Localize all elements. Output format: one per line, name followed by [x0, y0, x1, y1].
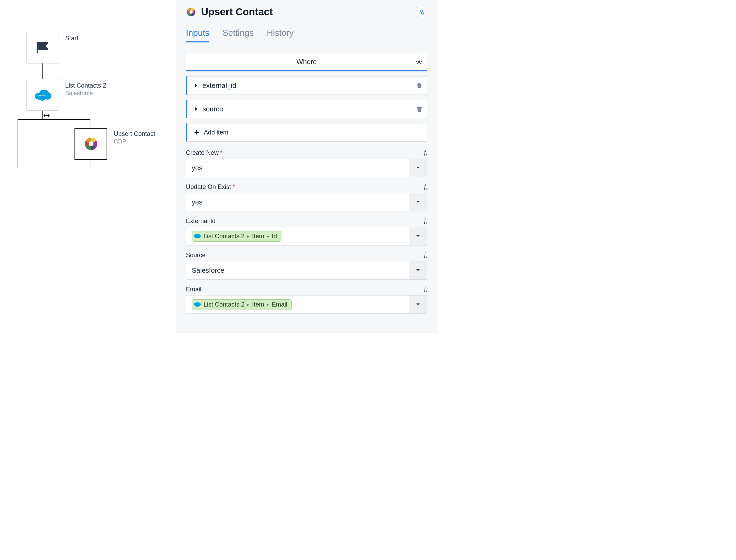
salesforce-icon: salesforce	[34, 89, 52, 101]
caret-down-icon	[416, 201, 420, 203]
dropdown-toggle[interactable]	[409, 193, 427, 211]
pill-separator-icon: ▸	[247, 302, 249, 307]
external-id-input[interactable]: List Contacts 2 ▸ Item ▸ Id	[186, 227, 409, 246]
svg-point-7	[418, 61, 420, 63]
field-label: Create New	[186, 149, 219, 157]
flag-icon	[36, 41, 50, 54]
svg-line-13	[420, 63, 421, 64]
node-list-contacts[interactable]: salesforce List Contacts 2 Salesforce	[26, 79, 59, 111]
fx-toggle[interactable]: fx	[424, 183, 427, 190]
add-item-button[interactable]: Add item	[186, 123, 427, 142]
field-label: Update On Exist	[186, 183, 231, 191]
fx-toggle[interactable]: fx	[424, 286, 427, 293]
chevron-right-icon	[194, 107, 198, 111]
dropdown-toggle[interactable]	[409, 261, 427, 280]
dropdown-toggle[interactable]	[409, 295, 427, 314]
dropdown-toggle[interactable]	[409, 227, 427, 246]
tab-settings[interactable]: Settings	[222, 26, 253, 42]
tab-history[interactable]: History	[267, 26, 294, 42]
required-indicator: *	[220, 149, 222, 157]
svg-point-5	[89, 141, 93, 146]
caret-down-icon	[416, 269, 420, 272]
node-list-contacts-title: List Contacts 2	[65, 82, 134, 89]
fx-toggle[interactable]: fx	[424, 149, 427, 156]
tab-bar: Inputs Settings History	[186, 26, 427, 42]
pill-seg: Item	[252, 301, 264, 308]
reference-pill[interactable]: List Contacts 2 ▸ Item ▸ Email	[192, 299, 292, 310]
pill-separator-icon: ▸	[247, 234, 249, 239]
field-email: Email fx List Contacts 2 ▸ Item ▸ Email	[186, 286, 427, 314]
salesforce-icon	[195, 302, 201, 307]
salesforce-icon	[195, 234, 201, 238]
svg-line-14	[417, 63, 418, 64]
email-input[interactable]: List Contacts 2 ▸ Item ▸ Email	[186, 295, 409, 314]
input-value: Salesforce	[192, 267, 225, 274]
where-header[interactable]: Where	[186, 53, 427, 71]
pill-source: List Contacts 2	[203, 233, 245, 240]
node-start-label: Start	[65, 35, 134, 42]
node-upsert-contact[interactable]	[74, 128, 107, 160]
field-label: Source	[186, 252, 206, 259]
where-item-label: source	[202, 105, 223, 113]
create-new-input[interactable]: yes	[186, 159, 409, 177]
pill-separator-icon: ▸	[267, 302, 269, 307]
add-item-label: Add item	[204, 129, 228, 136]
required-indicator: *	[232, 183, 235, 191]
node-upsert-title: Upsert Contact	[114, 130, 183, 138]
pill-seg: Item	[252, 233, 264, 240]
loop-icon	[43, 113, 51, 119]
config-panel: Upsert Contact Inputs Settings History W…	[176, 0, 437, 333]
where-item-external-id[interactable]: external_id	[186, 76, 427, 95]
panel-header: Upsert Contact	[186, 6, 427, 18]
flow-canvas[interactable]: Start salesforce List Contacts 2 Salesfo…	[0, 0, 176, 333]
delete-button[interactable]	[417, 82, 422, 89]
field-label: Email	[186, 286, 201, 293]
tab-inputs[interactable]: Inputs	[186, 26, 209, 42]
delete-button[interactable]	[417, 106, 422, 112]
node-list-contacts-sub: Salesforce	[65, 90, 134, 97]
field-external-id: External Id fx List Contacts 2 ▸ Item ▸ …	[186, 218, 427, 246]
panel-title: Upsert Contact	[201, 6, 273, 18]
pill-source: List Contacts 2	[203, 301, 245, 308]
svg-line-15	[420, 60, 421, 60]
cdp-icon	[83, 136, 99, 151]
pill-seg: Email	[272, 301, 287, 308]
input-value: yes	[192, 164, 202, 172]
connector	[42, 63, 43, 79]
field-update-on-exist: Update On Exist * fx yes	[186, 183, 427, 211]
node-upsert-sub: CDP	[114, 138, 183, 145]
pill-separator-icon: ▸	[267, 234, 269, 239]
update-on-exist-input[interactable]: yes	[186, 193, 409, 211]
source-input[interactable]: Salesforce	[186, 261, 409, 280]
link-icon	[419, 9, 425, 15]
caret-down-icon	[416, 303, 420, 306]
caret-down-icon	[416, 167, 420, 169]
cdp-icon	[186, 7, 196, 17]
where-item-source[interactable]: source	[186, 100, 427, 118]
field-create-new: Create New * fx yes	[186, 149, 427, 177]
field-source: Source fx Salesforce	[186, 252, 427, 280]
where-title: Where	[186, 58, 427, 66]
where-item-label: external_id	[202, 82, 236, 90]
field-label: External Id	[186, 218, 216, 225]
chevron-right-icon	[194, 83, 198, 88]
gear-icon[interactable]	[416, 59, 422, 65]
fx-toggle[interactable]: fx	[424, 218, 427, 224]
svg-point-6	[189, 10, 193, 14]
plus-icon	[194, 130, 199, 135]
fx-toggle[interactable]: fx	[424, 252, 427, 259]
node-start[interactable]: Start	[26, 32, 59, 63]
link-button[interactable]	[417, 7, 427, 17]
caret-down-icon	[416, 235, 420, 238]
dropdown-toggle[interactable]	[409, 159, 427, 177]
pill-seg: Id	[272, 233, 277, 240]
loop-container[interactable]	[18, 119, 90, 168]
svg-text:salesforce: salesforce	[37, 94, 48, 97]
input-value: yes	[192, 198, 202, 206]
connector	[42, 111, 43, 119]
reference-pill[interactable]: List Contacts 2 ▸ Item ▸ Id	[192, 231, 281, 242]
svg-line-12	[417, 60, 418, 60]
